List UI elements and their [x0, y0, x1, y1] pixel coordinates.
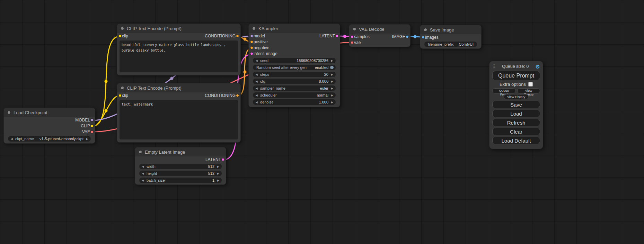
decrement-arrow-icon[interactable]: ◀ [141, 172, 145, 175]
output-slot-conditioning[interactable] [236, 35, 239, 38]
load-button[interactable]: Load [492, 110, 540, 117]
extra-options-checkbox[interactable] [528, 82, 533, 87]
drag-handle-icon[interactable]: ⠿ [492, 64, 495, 69]
input-slot-vae[interactable] [351, 41, 354, 44]
collapse-dot-icon[interactable] [353, 27, 356, 31]
load-default-button[interactable]: Load Default [492, 137, 540, 144]
collapse-dot-icon[interactable] [121, 86, 124, 90]
prev-option-arrow-icon[interactable]: ◀ [255, 87, 258, 90]
prev-option-arrow-icon[interactable]: ◀ [10, 137, 14, 141]
input-slot-samples[interactable] [351, 35, 354, 38]
input-label-latent-image: latent_image [254, 51, 277, 56]
refresh-button[interactable]: Refresh [492, 119, 540, 126]
node-header[interactable]: Save Image [420, 25, 481, 34]
node-load-checkpoint[interactable]: Load Checkpoint MODEL CLIP VAE ◀ ckpt_na… [3, 108, 95, 144]
node-title: Save Image [430, 27, 454, 33]
output-slot-clip[interactable] [90, 124, 94, 127]
widget-ckpt-name[interactable]: ◀ ckpt_name v1-5-pruned-emaonly.ckpt ▶ [8, 136, 91, 142]
increment-arrow-icon[interactable]: ▶ [216, 179, 220, 182]
next-option-arrow-icon[interactable]: ▶ [85, 137, 89, 141]
node-header[interactable]: Empty Latent Image [135, 147, 226, 156]
link-clip-to-negative-encode [92, 96, 120, 126]
output-slot-latent[interactable] [335, 34, 338, 37]
increment-arrow-icon[interactable]: ▶ [330, 80, 334, 83]
settings-gear-icon[interactable]: ⚙ [536, 64, 540, 69]
decrement-arrow-icon[interactable]: ◀ [141, 179, 145, 182]
node-clip-text-encode-negative[interactable]: CLIP Text Encode (Prompt) clip CONDITION… [117, 83, 241, 143]
graph-canvas[interactable]: { "icons": { "left_arrow": "◀", "right_a… [0, 0, 644, 244]
node-vae-decode[interactable]: VAE Decode samples IMAGE vae [349, 24, 411, 47]
widget-label: width [145, 164, 156, 169]
output-slot-conditioning[interactable] [236, 94, 239, 97]
decrement-arrow-icon[interactable]: ◀ [255, 101, 258, 104]
negative-prompt-textarea[interactable]: text, watermark [120, 100, 238, 139]
widget-value: 512 [208, 171, 216, 175]
decrement-arrow-icon[interactable]: ◀ [255, 80, 258, 83]
input-slot-images[interactable] [422, 36, 425, 39]
node-empty-latent-image[interactable]: Empty Latent Image LATENT ◀ width 512 ▶ … [135, 147, 226, 185]
node-header[interactable]: KSampler [249, 24, 340, 33]
input-slot-clip[interactable] [118, 94, 122, 97]
queue-size-label: Queue size: 0 [495, 64, 536, 69]
queue-front-button[interactable]: Queue Front [492, 88, 516, 93]
view-queue-button[interactable]: View Queue [517, 88, 540, 93]
node-header[interactable]: Load Checkpoint [4, 108, 95, 117]
input-slot-negative[interactable] [250, 46, 253, 49]
widget-scheduler[interactable]: ◀ scheduler normal ▶ [253, 92, 336, 98]
widget-steps[interactable]: ◀ steps 20 ▶ [253, 72, 336, 77]
output-row-vae: VAE [4, 129, 95, 135]
output-slot-vae[interactable] [90, 130, 94, 133]
widget-label: filename_prefix [426, 42, 454, 46]
node-save-image[interactable]: Save Image images filename_prefix ComfyU… [420, 25, 482, 49]
widget-value: 1 [212, 178, 216, 182]
node-ksampler[interactable]: KSampler model LATENT positive negative … [248, 24, 340, 107]
widget-filename-prefix[interactable]: filename_prefix ComfyUI [424, 42, 477, 47]
next-option-arrow-icon[interactable]: ▶ [330, 94, 334, 97]
input-label-model: model [254, 34, 265, 38]
widget-denoise[interactable]: ◀ denoise 1.000 ▶ [253, 99, 336, 105]
decrement-arrow-icon[interactable]: ◀ [255, 73, 258, 76]
collapse-dot-icon[interactable] [139, 150, 142, 154]
input-slot-model[interactable] [250, 34, 253, 37]
widget-label: sampler_name [258, 86, 285, 90]
widget-height[interactable]: ◀ height 512 ▶ [139, 171, 222, 176]
increment-arrow-icon[interactable]: ▶ [330, 59, 334, 62]
link-midpoint-dot [414, 35, 417, 38]
collapse-dot-icon[interactable] [7, 111, 11, 114]
link-midpoint-dot [105, 109, 108, 112]
node-clip-text-encode-positive[interactable]: CLIP Text Encode (Prompt) clip CONDITION… [117, 24, 241, 75]
node-header[interactable]: CLIP Text Encode (Prompt) [117, 24, 240, 33]
next-option-arrow-icon[interactable]: ▶ [330, 87, 334, 90]
output-slot-latent[interactable] [221, 158, 224, 161]
widget-random-seed-toggle[interactable]: Random seed after every gen enabled [253, 65, 336, 70]
input-slot-positive[interactable] [250, 40, 253, 43]
widget-cfg[interactable]: ◀ cfg 8.000 ▶ [253, 79, 336, 84]
input-slot-clip[interactable] [118, 35, 122, 38]
output-slot-model[interactable] [90, 118, 94, 121]
widget-batch-size[interactable]: ◀ batch_size 1 ▶ [139, 178, 222, 183]
widget-sampler-name[interactable]: ◀ sampler_name euler ▶ [253, 85, 336, 91]
output-slot-image[interactable] [406, 35, 409, 38]
collapse-dot-icon[interactable] [424, 28, 427, 31]
queue-prompt-button[interactable]: Queue Prompt [492, 71, 540, 80]
collapse-dot-icon[interactable] [252, 27, 256, 30]
save-button[interactable]: Save [492, 101, 540, 108]
node-header[interactable]: VAE Decode [349, 25, 410, 34]
positive-prompt-textarea[interactable]: beautiful scenery nature glass bottle la… [120, 40, 238, 72]
widget-width[interactable]: ◀ width 512 ▶ [139, 164, 222, 169]
increment-arrow-icon[interactable]: ▶ [216, 165, 220, 168]
increment-arrow-icon[interactable]: ▶ [330, 101, 334, 104]
clear-button[interactable]: Clear [492, 128, 540, 135]
increment-arrow-icon[interactable]: ▶ [216, 172, 220, 175]
toggle-indicator[interactable] [330, 66, 334, 69]
output-label-conditioning: CONDITIONING [205, 34, 236, 38]
input-slot-latent-image[interactable] [250, 52, 253, 55]
collapse-dot-icon[interactable] [121, 27, 124, 30]
view-history-button[interactable]: View History [504, 94, 529, 99]
decrement-arrow-icon[interactable]: ◀ [255, 59, 258, 62]
widget-seed[interactable]: ◀ seed 156680208700286 ▶ [253, 58, 336, 63]
prev-option-arrow-icon[interactable]: ◀ [255, 94, 258, 97]
decrement-arrow-icon[interactable]: ◀ [141, 165, 145, 168]
increment-arrow-icon[interactable]: ▶ [330, 73, 334, 76]
node-header[interactable]: CLIP Text Encode (Prompt) [117, 83, 240, 92]
